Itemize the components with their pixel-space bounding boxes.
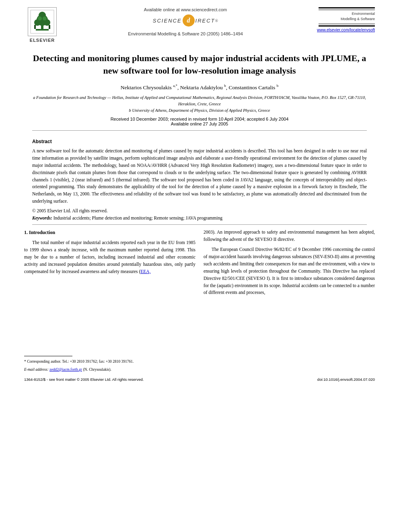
bottom-bar: 1364-8152/$ - see front matter © 2005 El… <box>0 377 399 382</box>
keywords-line: Keywords: Industrial accidents; Plume de… <box>32 216 367 220</box>
sd-logo-d-circle: d <box>183 14 195 27</box>
journal-url[interactable]: www.elsevier.com/locate/envsoft <box>317 28 375 32</box>
svg-point-8 <box>43 16 47 21</box>
email-label: E-mail address: <box>24 368 49 372</box>
email-name: (N. Chrysoulakis). <box>82 368 111 372</box>
affiliation-a: a Foundation for Research and Technology… <box>32 94 367 107</box>
issn-text: 1364-8152/$ - see front matter © 2005 El… <box>24 377 144 382</box>
elsevier-emblem-svg <box>29 8 56 35</box>
footnote-rule <box>24 356 72 356</box>
header-top: ELSEVIER Available online at www.science… <box>24 7 375 43</box>
em-journal-title: Environmental Modelling & Software <box>341 11 375 21</box>
intro-heading: 1. Introduction <box>24 229 195 236</box>
journal-citation: Environmental Modelling & Software 20 (2… <box>128 31 243 36</box>
affiliation-b: b University of Athens, Department of Ph… <box>32 107 367 114</box>
abstract-copyright: © 2005 Elsevier Ltd. All rights reserved… <box>32 208 367 213</box>
footnote-corresponding: * Corresponding author. Tel.: +30 2810 3… <box>24 359 195 364</box>
sciencedirect-logo: SCIENCE d IRECT ® <box>153 14 218 27</box>
page: ELSEVIER Available online at www.science… <box>0 0 399 532</box>
keywords-label: Keywords: <box>32 216 52 220</box>
doi-text: doi:10.1016/j.envsoft.2004.07.020 <box>317 377 375 382</box>
elsevier-wordmark: ELSEVIER <box>30 38 55 43</box>
intro-paragraph-1: The total number of major industrial acc… <box>24 239 195 275</box>
email-link[interactable]: zedd2@iacm.forth.gr <box>49 368 82 372</box>
affiliations: a Foundation for Research and Technology… <box>32 94 367 113</box>
em-line-4 <box>319 25 375 27</box>
column-left: 1. Introduction The total number of majo… <box>24 229 195 375</box>
section-divider-2 <box>32 224 367 225</box>
column-right: 2003). An improved approach to safety an… <box>204 229 375 375</box>
em-decorative-lines-2 <box>319 24 375 28</box>
keywords-text: Industrial accidents; Plume detection an… <box>53 216 222 220</box>
title-section: Detecting and monitoring plumes caused b… <box>0 44 399 139</box>
header-right: Environmental Modelling & Software www.e… <box>311 7 375 32</box>
body-columns: 1. Introduction The total number of majo… <box>0 229 399 375</box>
section-divider-1 <box>32 130 367 131</box>
svg-point-7 <box>38 16 42 21</box>
svg-rect-9 <box>34 25 36 29</box>
elsevier-logo: ELSEVIER <box>24 7 60 43</box>
available-online-text: Available online at www.sciencedirect.co… <box>144 7 227 12</box>
footnote-area: * Corresponding author. Tel.: +30 2810 3… <box>24 356 195 373</box>
svg-rect-10 <box>49 25 50 29</box>
intro-paragraph-2: 2003). An improved approach to safety an… <box>204 229 375 243</box>
abstract-heading: Abstract <box>32 139 367 144</box>
abstract-section: Abstract A new software tool for the aut… <box>0 139 399 225</box>
sd-registered-mark: ® <box>215 18 218 23</box>
sd-logo-science: SCIENCE <box>153 18 182 24</box>
sd-logo-direct: IRECT <box>195 18 215 24</box>
header-center: Available online at www.sciencedirect.co… <box>60 7 311 36</box>
em-line-3 <box>319 24 375 24</box>
article-title: Detecting and monitoring plumes caused b… <box>32 52 367 77</box>
intro-paragraph-3: The European Council Directive 96/82/EC … <box>204 246 375 296</box>
svg-rect-2 <box>36 29 49 31</box>
authors-line: Nektarios Chrysoulakis a,*, Nektaria Ada… <box>32 84 367 91</box>
em-line-1 <box>319 7 375 8</box>
received-dates: Received 10 December 2003; received in r… <box>32 117 367 126</box>
footnote-email: E-mail address: zedd2@iacm.forth.gr (N. … <box>24 367 195 372</box>
em-decorative-lines <box>319 7 375 11</box>
em-line-2 <box>319 10 375 10</box>
header: ELSEVIER Available online at www.science… <box>0 0 399 44</box>
elsevier-emblem-box <box>28 7 57 36</box>
abstract-body: A new software tool for the automatic de… <box>32 148 367 205</box>
eea-link[interactable]: EEA, <box>140 269 150 274</box>
